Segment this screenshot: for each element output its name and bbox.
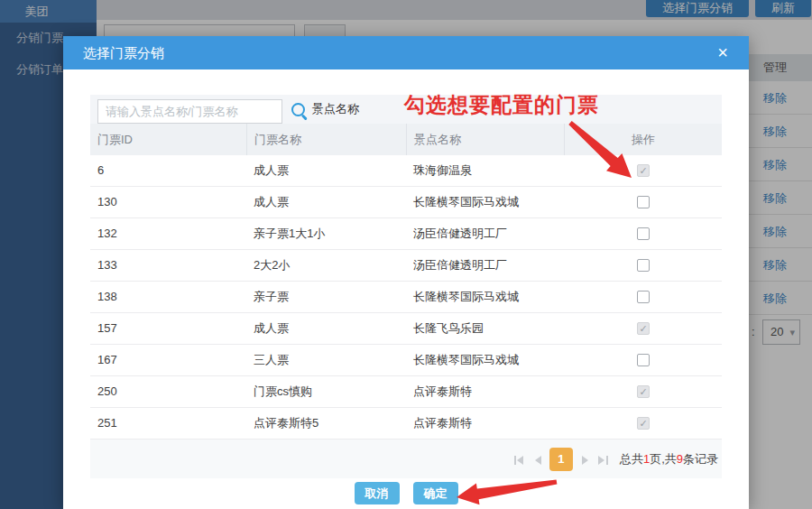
ticket-id: 130 xyxy=(90,187,246,217)
ticket-name: 亲子票1大1小 xyxy=(246,218,406,249)
check-icon: ✓ xyxy=(638,386,650,398)
row-checkbox[interactable]: ✓ xyxy=(637,227,650,240)
modal-footer: 取消 确定 xyxy=(63,482,749,504)
pagination-next-icon[interactable] xyxy=(578,452,591,467)
pagination-prev-icon[interactable] xyxy=(531,452,544,467)
row-checkbox[interactable]: ✓ xyxy=(637,259,650,272)
scenic-name: 汤臣倍健透明工厂 xyxy=(406,218,564,249)
ticket-name: 点评泰斯特5 xyxy=(246,408,406,439)
col-header-ticket-name: 门票名称 xyxy=(246,124,406,155)
cancel-button[interactable]: 取消 xyxy=(355,482,400,504)
table-row: 138 亲子票 长隆横琴国际马戏城 ✓ xyxy=(90,282,722,313)
table-row: 251 点评泰斯特5 点评泰斯特 ✓ xyxy=(90,408,722,440)
table-row: 130 成人票 长隆横琴国际马戏城 ✓ xyxy=(90,187,722,218)
table-row: 6 成人票 珠海御温泉 ✓ xyxy=(90,155,722,187)
ticket-id: 250 xyxy=(90,376,246,407)
row-checkbox: ✓ xyxy=(637,164,650,177)
col-header-ticket-id: 门票ID xyxy=(90,124,246,155)
row-checkbox: ✓ xyxy=(637,417,650,430)
row-checkbox[interactable]: ✓ xyxy=(637,196,650,208)
search-input[interactable] xyxy=(97,99,282,124)
pagination-summary: 总共1页,共9条记录 xyxy=(620,451,718,467)
search-label: 景点名称 xyxy=(312,95,359,124)
pagination-last-icon[interactable] xyxy=(596,452,609,467)
row-checkbox[interactable]: ✓ xyxy=(637,354,650,366)
ticket-id: 6 xyxy=(90,155,246,186)
row-checkbox: ✓ xyxy=(637,385,650,398)
scenic-name: 点评泰斯特 xyxy=(406,408,564,439)
scenic-name: 珠海御温泉 xyxy=(406,155,564,186)
ticket-table: 门票ID 门票名称 景点名称 操作 6 成人票 珠海御温泉 ✓ 130 成人票 … xyxy=(90,124,722,440)
modal-title: 选择门票分销 xyxy=(83,36,164,69)
check-icon: ✓ xyxy=(638,418,650,430)
row-checkbox[interactable]: ✓ xyxy=(637,291,650,303)
ticket-name: 成人票 xyxy=(246,313,406,344)
table-row: 157 成人票 长隆飞鸟乐园 ✓ xyxy=(90,313,722,345)
scenic-name: 长隆飞鸟乐园 xyxy=(406,313,564,344)
modal-header: 选择门票分销 × xyxy=(63,36,749,69)
ticket-name: 2大2小 xyxy=(246,250,406,281)
table-row: 133 2大2小 汤臣倍健透明工厂 ✓ xyxy=(90,250,722,282)
ticket-name: 门票cs慎购 xyxy=(246,376,406,407)
confirm-button[interactable]: 确定 xyxy=(413,482,458,504)
pagination-current-page[interactable]: 1 xyxy=(549,448,573,471)
col-header-action: 操作 xyxy=(564,124,722,155)
row-checkbox: ✓ xyxy=(637,322,650,335)
check-icon: ✓ xyxy=(638,165,650,177)
col-header-scenic-name: 景点名称 xyxy=(406,124,564,155)
select-ticket-distribution-modal: 选择门票分销 × 景点名称 门票ID 门票名称 景点名称 操作 6 成人票 珠海… xyxy=(63,36,749,509)
close-icon[interactable]: × xyxy=(709,36,736,69)
ticket-name: 成人票 xyxy=(246,155,406,186)
ticket-id: 157 xyxy=(90,313,246,344)
ticket-id: 138 xyxy=(90,282,246,312)
table-header-row: 门票ID 门票名称 景点名称 操作 xyxy=(90,124,722,155)
ticket-name: 成人票 xyxy=(246,187,406,217)
search-icon[interactable] xyxy=(291,102,309,120)
screen: 美团 分销门票 分销订单 选择门票分销 刷新 管理 移除 移除 移除 移除 移除… xyxy=(0,0,812,509)
ticket-id: 132 xyxy=(90,218,246,249)
scenic-name: 点评泰斯特 xyxy=(406,376,564,407)
pagination-bar: 1 总共1页,共9条记录 xyxy=(90,440,722,478)
total-records: 9 xyxy=(677,452,683,466)
pagination-first-icon[interactable] xyxy=(513,452,526,467)
scenic-name: 长隆横琴国际马戏城 xyxy=(406,282,564,312)
ticket-id: 167 xyxy=(90,345,246,375)
check-icon: ✓ xyxy=(638,323,650,335)
scenic-name: 长隆横琴国际马戏城 xyxy=(406,345,564,375)
scenic-name: 长隆横琴国际马戏城 xyxy=(406,187,564,217)
ticket-name: 三人票 xyxy=(246,345,406,375)
ticket-name: 亲子票 xyxy=(246,282,406,312)
ticket-id: 251 xyxy=(90,408,246,439)
pager: 1 xyxy=(513,448,609,471)
modal-search-bar: 景点名称 xyxy=(90,95,722,124)
ticket-id: 133 xyxy=(90,250,246,281)
table-row: 167 三人票 长隆横琴国际马戏城 ✓ xyxy=(90,345,722,376)
scenic-name: 汤臣倍健透明工厂 xyxy=(406,250,564,281)
table-row: 132 亲子票1大1小 汤臣倍健透明工厂 ✓ xyxy=(90,218,722,250)
table-row: 250 门票cs慎购 点评泰斯特 ✓ xyxy=(90,376,722,408)
